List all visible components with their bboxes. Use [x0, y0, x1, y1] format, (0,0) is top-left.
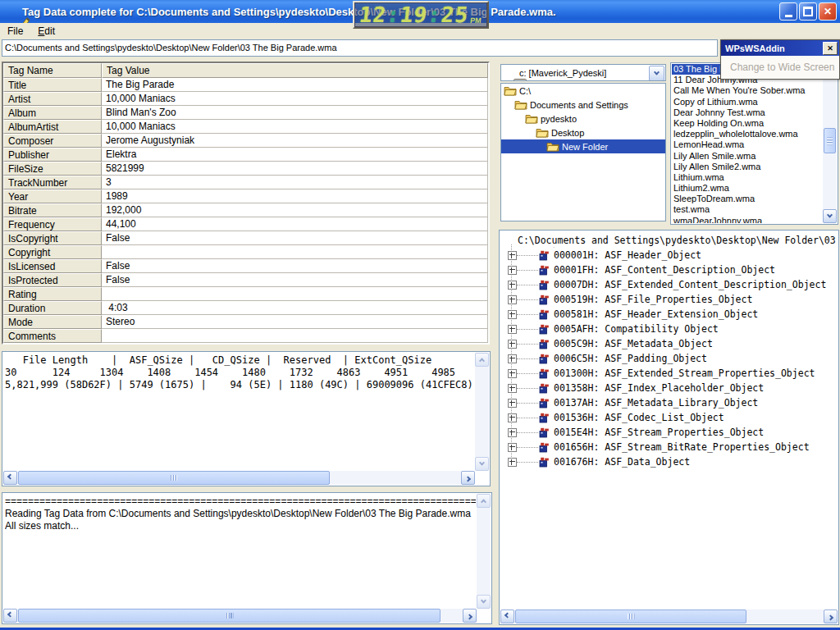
scroll-down-icon[interactable]: [477, 595, 491, 609]
tree-root[interactable]: C:\Documents and Settings\pydeskto\Deskt…: [502, 233, 837, 248]
file-list-item[interactable]: Lithium.wma: [672, 172, 823, 183]
expand-plus-icon[interactable]: [508, 281, 517, 290]
scroll-down-icon[interactable]: [475, 457, 489, 471]
expand-plus-icon[interactable]: [508, 399, 517, 408]
expand-plus-icon[interactable]: [508, 251, 517, 260]
tree-item[interactable]: 001676H: ASF_Data_Object: [502, 454, 837, 469]
tree-item[interactable]: 0005C9H: ASF_Metadata_Object: [502, 336, 837, 351]
expand-plus-icon[interactable]: [508, 266, 517, 275]
tree-item[interactable]: 0005AFH: Compatibility Object: [502, 322, 837, 336]
size-comparison-panel[interactable]: File Length | ASF_QSize | CD_QSize | Res…: [2, 351, 491, 486]
tag-value-cell[interactable]: 4:03: [102, 301, 488, 315]
scrollbar-thumb[interactable]: [18, 471, 330, 485]
tag-value-cell[interactable]: 10,000 Maniacs: [102, 120, 488, 134]
expand-plus-icon[interactable]: [508, 443, 517, 452]
log-panel[interactable]: ========================================…: [2, 492, 492, 624]
menu-edit[interactable]: Edit: [30, 23, 62, 39]
tag-value-cell[interactable]: Jerome Augustyniak: [102, 134, 488, 148]
scroll-right-icon[interactable]: [463, 609, 477, 623]
tree-item[interactable]: 000519H: ASF_File_Properties_Object: [502, 292, 837, 307]
expand-plus-icon[interactable]: [508, 325, 517, 334]
scroll-up-icon[interactable]: [475, 353, 489, 367]
tag-value-cell[interactable]: 10,000 Maniacs: [102, 92, 488, 106]
directory-item[interactable]: C:\: [501, 84, 665, 98]
asf-horizontal-scrollbar[interactable]: [500, 609, 838, 623]
tag-value-cell[interactable]: [102, 329, 488, 343]
tag-value-cell[interactable]: Stereo: [102, 315, 488, 329]
file-list-item[interactable]: ledzepplin_wholelottalove.wma: [672, 129, 823, 139]
drive-combo[interactable]: c: [Maverick_Pydeski]: [500, 64, 666, 81]
file-list-item[interactable]: wmaDearJohnny.wma: [672, 216, 823, 223]
file-path-input[interactable]: C:\Documents and Settings\pydeskto\Deskt…: [2, 39, 718, 57]
scrollbar-thumb[interactable]: [515, 609, 746, 623]
scroll-right-icon[interactable]: [461, 471, 475, 485]
expand-plus-icon[interactable]: [508, 369, 517, 378]
tree-item[interactable]: 0015E4H: ASF_Stream_Properties_Object: [502, 425, 837, 440]
file-list-item[interactable]: Dear Johnny Test.wma: [672, 107, 823, 118]
directory-item[interactable]: New Folder: [501, 139, 665, 153]
tag-value-cell[interactable]: [102, 245, 488, 259]
expand-plus-icon[interactable]: [508, 310, 517, 319]
tree-item[interactable]: 000001H: ASF_Header_Object: [502, 248, 837, 262]
file-list-item[interactable]: Lithium2.wma: [672, 183, 823, 194]
tag-value-cell[interactable]: 192,000: [102, 203, 488, 217]
expand-plus-icon[interactable]: [508, 428, 517, 437]
tree-item[interactable]: 000581H: ASF_Header_Extension_Object: [502, 307, 837, 322]
scroll-right-icon[interactable]: [824, 609, 838, 623]
file-vertical-scrollbar[interactable]: [823, 64, 837, 223]
file-list-item[interactable]: SleepToDream.wma: [672, 194, 823, 204]
expand-plus-icon[interactable]: [508, 354, 517, 363]
tree-item[interactable]: 001358H: ASF_Index_Placeholder_Object: [502, 381, 837, 395]
restore-button[interactable]: [799, 2, 817, 21]
directory-item[interactable]: Documents and Settings: [501, 98, 665, 112]
scroll-left-icon[interactable]: [3, 471, 17, 485]
hex-horizontal-scrollbar[interactable]: [3, 471, 475, 485]
tree-item[interactable]: 00007DH: ASF_Extended_Content_Descriptio…: [502, 277, 837, 292]
file-list-item[interactable]: Lily Allen Smile.wma: [672, 151, 823, 162]
addin-title-bar[interactable]: WPsWSAddin: [721, 40, 839, 56]
expand-plus-icon[interactable]: [508, 413, 517, 422]
addin-window[interactable]: WPsWSAddin Change to Wide Screen: [720, 39, 840, 80]
expand-plus-icon[interactable]: [508, 295, 517, 304]
scroll-left-icon[interactable]: [500, 609, 514, 623]
tag-value-cell[interactable]: False: [102, 259, 488, 273]
tag-value-cell[interactable]: Elektra: [102, 148, 488, 162]
log-horizontal-scrollbar[interactable]: [3, 609, 477, 623]
scrollbar-thumb[interactable]: [824, 128, 836, 153]
file-list-item[interactable]: Copy of Lithium.wma: [672, 97, 823, 107]
expand-plus-icon[interactable]: [508, 384, 517, 393]
tag-value-cell[interactable]: [102, 287, 488, 301]
hex-vertical-scrollbar[interactable]: [475, 353, 489, 471]
tree-item[interactable]: 001656H: ASF_Stream_BitRate_Properties_O…: [502, 440, 837, 454]
tag-value-cell[interactable]: The Big Parade: [102, 78, 488, 92]
tree-item[interactable]: 0006C5H: ASF_Padding_Object: [502, 351, 837, 366]
tag-value-cell[interactable]: Blind Man's Zoo: [102, 106, 488, 120]
scroll-up-icon[interactable]: [477, 494, 491, 508]
scrollbar-thumb[interactable]: [18, 609, 441, 623]
tag-value-cell[interactable]: False: [102, 231, 488, 245]
combo-dropdown-icon[interactable]: [649, 66, 664, 81]
tag-value-cell[interactable]: 5821999: [102, 162, 488, 176]
tag-value-cell[interactable]: 1989: [102, 189, 488, 203]
addin-close-icon[interactable]: [823, 42, 838, 55]
scroll-down-icon[interactable]: [823, 209, 837, 223]
tag-value-cell[interactable]: 3: [102, 176, 488, 189]
addin-menu-item[interactable]: Change to Wide Screen: [721, 56, 839, 78]
tree-item[interactable]: 001300H: ASF_Extended_Stream_Properties_…: [502, 366, 837, 381]
tag-value-cell[interactable]: 44,100: [102, 217, 488, 231]
expand-plus-icon[interactable]: [508, 340, 517, 349]
file-list-item[interactable]: Lily Allen Smile2.wma: [672, 162, 823, 172]
expand-plus-icon[interactable]: [508, 458, 517, 467]
file-list-item[interactable]: LemonHead.wma: [672, 139, 823, 150]
file-list-item[interactable]: Keep Holding On.wma: [672, 118, 823, 129]
tree-item[interactable]: 00137AH: ASF_Metadata_Library_Object: [502, 395, 837, 410]
tag-value-cell[interactable]: False: [102, 273, 488, 287]
scroll-left-icon[interactable]: [3, 609, 17, 623]
directory-item[interactable]: Desktop: [501, 126, 665, 139]
file-list-item[interactable]: test.wma: [672, 204, 823, 215]
directory-item[interactable]: pydeskto: [501, 112, 665, 126]
tree-item[interactable]: 001536H: ASF_Codec_List_Object: [502, 410, 837, 425]
file-list-item[interactable]: Call Me When You're Sober.wma: [672, 85, 823, 96]
menu-file[interactable]: File: [0, 23, 30, 39]
lcd-clock-widget[interactable]: 12:19:25 PM: [353, 1, 489, 29]
